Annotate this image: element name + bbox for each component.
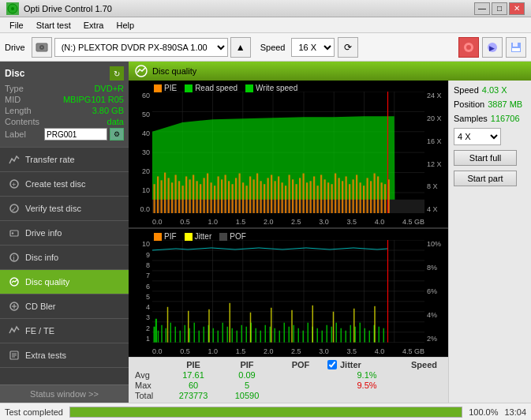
- x-label: 3.5: [347, 218, 357, 226]
- time-label: 13:04: [504, 407, 526, 417]
- sidebar-item-disc-info[interactable]: i Disc info: [0, 246, 129, 270]
- sidebar-item-cd-bler[interactable]: CD Bler: [0, 294, 129, 319]
- svg-rect-47: [157, 176, 159, 213]
- svg-rect-140: [180, 331, 181, 343]
- svg-marker-44: [152, 116, 395, 213]
- svg-rect-56: [189, 179, 191, 213]
- write-speed-legend: Write speed: [245, 84, 297, 92]
- svg-rect-133: [154, 327, 155, 343]
- y-right-label: 4 X: [424, 205, 448, 213]
- svg-rect-188: [250, 313, 252, 343]
- jitter-checkbox[interactable]: [327, 360, 337, 369]
- burn-button[interactable]: ▶: [482, 37, 503, 58]
- speed-select[interactable]: 16 X: [291, 38, 335, 57]
- sidebar-item-drive-info[interactable]: Drive info: [0, 221, 129, 246]
- drive-select[interactable]: (N:) PLEXTOR DVDR PX-890SA 1.00: [54, 38, 228, 57]
- y-right-label: 6%: [424, 287, 448, 295]
- svg-rect-105: [363, 186, 365, 213]
- svg-rect-184: [167, 307, 169, 343]
- speed-label: Speed: [260, 43, 286, 52]
- svg-rect-187: [230, 303, 231, 343]
- position-info: Position 3887 MB: [454, 99, 522, 109]
- sidebar-item-extra-tests[interactable]: Extra tests: [0, 343, 129, 368]
- label-settings-button[interactable]: ⚙: [110, 128, 124, 141]
- svg-rect-147: [213, 328, 215, 343]
- svg-rect-102: [353, 179, 354, 213]
- svg-rect-52: [175, 174, 177, 213]
- svg-rect-95: [327, 182, 329, 213]
- sidebar-item-create-test-disc[interactable]: + Create test disc: [0, 172, 129, 197]
- start-part-button[interactable]: Start part: [454, 171, 517, 186]
- svg-rect-55: [185, 176, 187, 213]
- disc-info-panel: Disc ↻ Type DVD+R MID MBIPG101 R05 Lengt…: [0, 62, 129, 148]
- x-label: 0.5: [180, 347, 190, 355]
- svg-rect-194: [374, 306, 376, 343]
- disc-refresh-button[interactable]: ↻: [110, 66, 124, 81]
- start-full-button[interactable]: Start full: [454, 150, 517, 166]
- position-label: Position: [454, 99, 484, 109]
- type-value: DVD+R: [94, 84, 124, 93]
- pof-avg: [274, 370, 327, 380]
- svg-rect-107: [370, 181, 372, 213]
- mid-label: MID: [5, 95, 21, 104]
- x-label: 2.5: [291, 347, 301, 355]
- svg-rect-87: [299, 178, 301, 213]
- svg-point-17: [12, 232, 13, 234]
- minimize-button[interactable]: —: [474, 2, 490, 15]
- y-label: 50: [129, 111, 152, 118]
- sidebar-item-fe-te[interactable]: FE / TE: [0, 319, 129, 343]
- sidebar-item-verify-test-disc[interactable]: ✓ Verify test disc: [0, 197, 129, 221]
- svg-rect-180: [369, 331, 371, 343]
- write-speed-legend-color: [245, 84, 253, 92]
- save-button[interactable]: [506, 37, 526, 58]
- x-label: 4.5 GB: [402, 347, 424, 355]
- svg-rect-175: [346, 331, 347, 343]
- jitter-avg: 9.1%: [327, 370, 406, 380]
- x-label: 4.0: [375, 347, 385, 355]
- y-label: 3: [129, 313, 152, 321]
- svg-rect-65: [221, 179, 222, 213]
- refresh-button[interactable]: ⟳: [338, 37, 358, 58]
- svg-rect-57: [193, 174, 194, 213]
- label-input[interactable]: [44, 128, 107, 141]
- speed-info: Speed 4.03 X: [454, 85, 507, 95]
- maximize-button[interactable]: □: [492, 2, 507, 15]
- stats-header-pof: POF: [274, 360, 327, 369]
- svg-rect-54: [182, 186, 184, 213]
- menu-bar: File Start test Extra Help: [0, 17, 531, 33]
- svg-text:+: +: [12, 181, 16, 189]
- menu-extra[interactable]: Extra: [77, 19, 110, 32]
- svg-rect-91: [313, 176, 315, 213]
- svg-rect-110: [381, 182, 383, 213]
- window-controls: — □ ✕: [474, 2, 525, 15]
- stats-area: PIE PIF POF Jitter Speed Avg 17.61 0.09: [129, 357, 448, 403]
- status-window-button[interactable]: Status window >>: [0, 384, 129, 403]
- svg-rect-109: [377, 176, 379, 213]
- svg-rect-156: [256, 328, 257, 343]
- svg-rect-167: [308, 323, 309, 343]
- quality-speed-select[interactable]: 4 X: [454, 128, 501, 145]
- sidebar-item-label: Extra tests: [25, 351, 66, 360]
- y-right-label: 20 X: [424, 114, 448, 122]
- title-bar: Opti Drive Control 1.70 — □ ✕: [0, 0, 531, 17]
- disc-erase-button[interactable]: [458, 37, 479, 58]
- close-button[interactable]: ✕: [509, 2, 525, 15]
- sidebar-item-transfer-rate[interactable]: Transfer rate: [0, 148, 129, 172]
- menu-help[interactable]: Help: [110, 19, 140, 32]
- svg-rect-189: [271, 308, 272, 343]
- cd-bler-icon: [8, 300, 21, 313]
- disc-quality-icon: [8, 276, 21, 288]
- drive-label: Drive: [5, 43, 25, 52]
- svg-rect-46: [154, 184, 155, 213]
- menu-start-test[interactable]: Start test: [30, 19, 77, 32]
- stats-total-row: Total 273773 10590: [135, 391, 442, 400]
- menu-file[interactable]: File: [3, 19, 30, 32]
- drive-icon-btn[interactable]: [32, 37, 52, 58]
- stats-header-speed: Speed: [406, 360, 442, 369]
- svg-rect-90: [310, 181, 312, 213]
- sidebar-item-disc-quality[interactable]: Disc quality: [0, 270, 129, 294]
- svg-rect-159: [270, 327, 271, 343]
- x-label: 1.5: [236, 347, 246, 355]
- svg-rect-88: [303, 174, 305, 214]
- eject-button[interactable]: ▲: [230, 37, 251, 58]
